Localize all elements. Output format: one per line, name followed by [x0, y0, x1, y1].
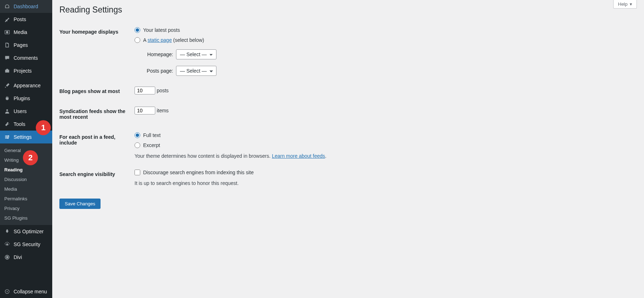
nav-label: SG Security — [14, 241, 40, 247]
nav-label: Users — [14, 108, 27, 114]
svg-point-4 — [8, 138, 9, 139]
unit-label: posts — [157, 88, 169, 93]
page-icon — [4, 41, 11, 49]
plug-icon — [4, 95, 11, 102]
chevron-down-icon: ▾ — [630, 1, 632, 7]
syndication-input[interactable] — [135, 107, 155, 114]
help-tab[interactable]: Help▾ — [613, 0, 637, 9]
save-changes-button[interactable]: Save Changes — [59, 199, 101, 209]
briefcase-icon — [4, 67, 11, 74]
feed-description: Your theme determines how content is dis… — [135, 153, 633, 159]
nav-label: Plugins — [14, 96, 30, 101]
nav-label: Divi — [14, 254, 22, 260]
check-label: Discourage search engines from indexing … — [143, 170, 254, 175]
blog-pages-input[interactable] — [135, 87, 155, 94]
comment-icon — [4, 54, 11, 62]
feed-fulltext-radio[interactable] — [135, 132, 140, 138]
collapse-icon — [4, 288, 11, 295]
nav-label: Projects — [14, 68, 32, 74]
pin-icon — [4, 16, 11, 23]
annotation-badge-2: 2 — [23, 150, 38, 165]
wrench-icon — [4, 121, 11, 128]
feed-excerpt-option[interactable]: Excerpt — [135, 142, 633, 148]
search-visibility-label: Search engine visibility — [59, 164, 131, 191]
nav-appearance[interactable]: Appearance — [0, 79, 52, 92]
nav-projects[interactable]: Projects — [0, 64, 52, 77]
postspage-select-label: Posts page: — [142, 68, 173, 74]
homepage-select[interactable]: — Select — — [176, 49, 216, 59]
homepage-latest-posts-radio[interactable] — [135, 27, 140, 33]
nav-sgoptimizer[interactable]: SG Optimizer — [0, 225, 52, 238]
user-icon — [4, 108, 11, 115]
radio-label: A static page (select below) — [143, 37, 204, 43]
nav-plugins[interactable]: Plugins — [0, 92, 52, 105]
divi-icon — [4, 254, 11, 261]
nav-label: Appearance — [14, 83, 41, 88]
annotation-badge-1: 1 — [36, 120, 51, 135]
radio-label: Your latest posts — [143, 27, 180, 33]
nav-label: Pages — [14, 42, 28, 48]
nav-posts[interactable]: Posts — [0, 13, 52, 26]
feed-fulltext-option[interactable]: Full text — [135, 132, 633, 138]
rocket-icon — [4, 228, 11, 235]
gear-icon — [4, 241, 11, 248]
dashboard-icon — [4, 3, 11, 10]
homepage-latest-posts-option[interactable]: Your latest posts — [135, 27, 633, 33]
nav-label: Posts — [14, 16, 26, 22]
sub-privacy[interactable]: Privacy — [0, 204, 52, 213]
syndication-label: Syndication feeds show the most recent — [59, 101, 131, 127]
sub-sgplugins[interactable]: SG Plugins — [0, 213, 52, 223]
nav-users[interactable]: Users — [0, 105, 52, 118]
discourage-search-checkbox[interactable] — [135, 170, 140, 175]
nav-collapse[interactable]: Collapse menu — [0, 285, 52, 298]
sub-reading[interactable]: Reading — [0, 165, 52, 175]
svg-point-3 — [8, 135, 9, 136]
nav-label: Tools — [14, 121, 25, 127]
homepage-static-page-option[interactable]: A static page (select below) — [135, 37, 633, 43]
settings-form: Your homepage displays Your latest posts… — [59, 22, 637, 191]
nav-label: Comments — [14, 55, 38, 61]
nav-label: SG Optimizer — [14, 229, 44, 234]
nav-sgsecurity[interactable]: SG Security — [0, 238, 52, 251]
unit-label: items — [157, 108, 169, 113]
homepage-select-label: Homepage: — [142, 52, 173, 57]
search-description: It is up to search engines to honor this… — [135, 180, 633, 186]
page-title: Reading Settings — [59, 0, 637, 22]
nav-comments[interactable]: Comments — [0, 52, 52, 64]
static-page-link[interactable]: static page — [147, 37, 172, 43]
feeds-learn-more-link[interactable]: Learn more about feeds — [272, 153, 325, 159]
sub-permalinks[interactable]: Permalinks — [0, 194, 52, 204]
nav-label: Media — [14, 29, 27, 35]
homepage-static-page-radio[interactable] — [135, 37, 140, 43]
nav-pages[interactable]: Pages — [0, 39, 52, 52]
svg-point-0 — [6, 31, 8, 33]
brush-icon — [4, 82, 11, 89]
svg-point-2 — [6, 109, 8, 111]
sub-media[interactable]: Media — [0, 184, 52, 194]
nav-label: Settings — [14, 134, 32, 140]
nav-dashboard[interactable]: Dashboard — [0, 0, 52, 13]
nav-label: Collapse menu — [14, 289, 47, 294]
feed-excerpt-radio[interactable] — [135, 142, 140, 148]
blog-pages-label: Blog pages show at most — [59, 81, 131, 101]
nav-label: Dashboard — [14, 4, 38, 9]
radio-label: Excerpt — [143, 142, 160, 148]
main-content: Help▾ Reading Settings Your homepage dis… — [52, 0, 644, 298]
homepage-label: Your homepage displays — [59, 22, 131, 81]
sliders-icon — [4, 133, 11, 141]
radio-label: Full text — [143, 132, 161, 138]
admin-sidebar: Dashboard Posts Media Pages Comments Pro… — [0, 0, 52, 298]
nav-media[interactable]: Media — [0, 26, 52, 39]
postspage-select[interactable]: — Select — — [176, 66, 216, 76]
nav-divi[interactable]: Divi — [0, 251, 52, 264]
sub-discussion[interactable]: Discussion — [0, 175, 52, 184]
discourage-search-option[interactable]: Discourage search engines from indexing … — [135, 170, 633, 175]
media-icon — [4, 29, 11, 36]
feed-include-label: For each post in a feed, include — [59, 127, 131, 164]
